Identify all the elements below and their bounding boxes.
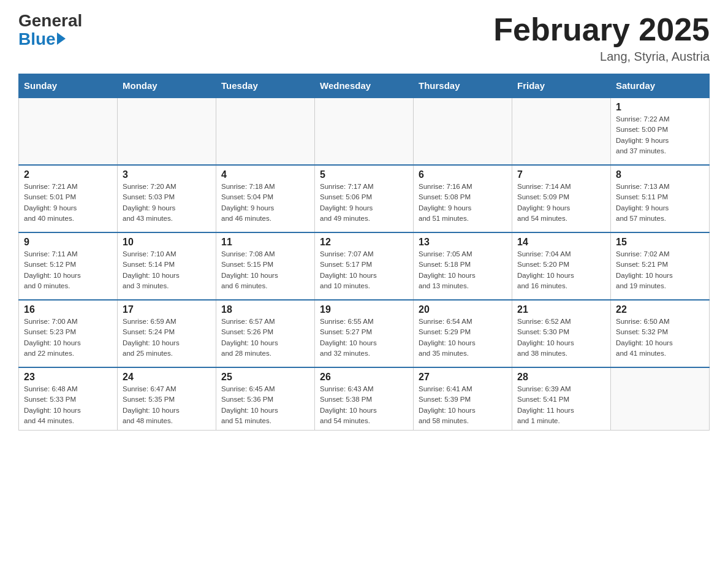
logo-triangle-icon [57, 33, 66, 45]
day-info: Sunrise: 7:22 AM Sunset: 5:00 PM Dayligh… [616, 114, 704, 156]
day-number: 13 [419, 237, 507, 248]
weekday-header-row: SundayMondayTuesdayWednesdayThursdayFrid… [19, 74, 710, 98]
calendar-cell: 14Sunrise: 7:04 AM Sunset: 5:20 PM Dayli… [512, 232, 611, 300]
calendar-cell: 10Sunrise: 7:10 AM Sunset: 5:14 PM Dayli… [118, 232, 216, 300]
calendar-cell: 7Sunrise: 7:14 AM Sunset: 5:09 PM Daylig… [512, 165, 611, 232]
week-row-5: 23Sunrise: 6:48 AM Sunset: 5:33 PM Dayli… [19, 367, 710, 431]
day-info: Sunrise: 6:41 AM Sunset: 5:39 PM Dayligh… [419, 384, 507, 426]
day-number: 5 [320, 169, 408, 180]
calendar-subtitle: Lang, Styria, Austria [493, 50, 710, 64]
week-row-3: 9Sunrise: 7:11 AM Sunset: 5:12 PM Daylig… [19, 232, 710, 300]
calendar-cell [19, 98, 118, 165]
day-info: Sunrise: 7:17 AM Sunset: 5:06 PM Dayligh… [320, 182, 408, 224]
day-info: Sunrise: 7:05 AM Sunset: 5:18 PM Dayligh… [419, 249, 507, 291]
day-number: 20 [419, 304, 507, 315]
logo-general-text: General [18, 12, 82, 29]
day-number: 7 [517, 169, 605, 180]
page-header: General Blue February 2025 Lang, Styria,… [18, 12, 710, 64]
calendar-cell: 16Sunrise: 7:00 AM Sunset: 5:23 PM Dayli… [19, 300, 118, 367]
calendar-table: SundayMondayTuesdayWednesdayThursdayFrid… [18, 74, 710, 431]
day-number: 8 [616, 169, 704, 180]
calendar-cell: 19Sunrise: 6:55 AM Sunset: 5:27 PM Dayli… [315, 300, 414, 367]
day-info: Sunrise: 6:47 AM Sunset: 5:35 PM Dayligh… [123, 384, 211, 426]
calendar-cell: 23Sunrise: 6:48 AM Sunset: 5:33 PM Dayli… [19, 367, 118, 431]
day-info: Sunrise: 6:50 AM Sunset: 5:32 PM Dayligh… [616, 316, 704, 359]
day-info: Sunrise: 6:59 AM Sunset: 5:24 PM Dayligh… [123, 316, 211, 359]
day-number: 3 [123, 169, 211, 180]
calendar-cell: 26Sunrise: 6:43 AM Sunset: 5:38 PM Dayli… [315, 367, 414, 431]
day-info: Sunrise: 6:52 AM Sunset: 5:30 PM Dayligh… [517, 316, 605, 359]
day-number: 19 [320, 304, 408, 315]
day-info: Sunrise: 7:20 AM Sunset: 5:03 PM Dayligh… [123, 182, 211, 224]
day-number: 25 [221, 372, 309, 383]
day-number: 24 [123, 372, 211, 383]
calendar-cell: 21Sunrise: 6:52 AM Sunset: 5:30 PM Dayli… [512, 300, 611, 367]
calendar-cell: 13Sunrise: 7:05 AM Sunset: 5:18 PM Dayli… [414, 232, 512, 300]
weekday-header-monday: Monday [118, 74, 216, 98]
calendar-cell: 20Sunrise: 6:54 AM Sunset: 5:29 PM Dayli… [414, 300, 512, 367]
calendar-cell: 28Sunrise: 6:39 AM Sunset: 5:41 PM Dayli… [512, 367, 611, 431]
calendar-title: February 2025 [493, 12, 710, 47]
calendar-cell [216, 98, 315, 165]
calendar-cell [118, 98, 216, 165]
day-number: 18 [221, 304, 309, 315]
logo: General Blue [18, 12, 82, 49]
day-info: Sunrise: 7:02 AM Sunset: 5:21 PM Dayligh… [616, 249, 704, 291]
calendar-cell: 12Sunrise: 7:07 AM Sunset: 5:17 PM Dayli… [315, 232, 414, 300]
day-info: Sunrise: 6:48 AM Sunset: 5:33 PM Dayligh… [24, 384, 112, 426]
day-info: Sunrise: 6:39 AM Sunset: 5:41 PM Dayligh… [517, 384, 605, 426]
calendar-cell: 3Sunrise: 7:20 AM Sunset: 5:03 PM Daylig… [118, 165, 216, 232]
day-number: 15 [616, 237, 704, 248]
calendar-cell: 1Sunrise: 7:22 AM Sunset: 5:00 PM Daylig… [611, 98, 710, 165]
weekday-header-saturday: Saturday [611, 74, 710, 98]
day-info: Sunrise: 7:07 AM Sunset: 5:17 PM Dayligh… [320, 249, 408, 291]
calendar-cell [414, 98, 512, 165]
day-info: Sunrise: 7:16 AM Sunset: 5:08 PM Dayligh… [419, 182, 507, 224]
day-info: Sunrise: 7:04 AM Sunset: 5:20 PM Dayligh… [517, 249, 605, 291]
calendar-cell: 24Sunrise: 6:47 AM Sunset: 5:35 PM Dayli… [118, 367, 216, 431]
calendar-cell: 17Sunrise: 6:59 AM Sunset: 5:24 PM Dayli… [118, 300, 216, 367]
day-number: 11 [221, 237, 309, 248]
day-number: 17 [123, 304, 211, 315]
day-info: Sunrise: 6:55 AM Sunset: 5:27 PM Dayligh… [320, 316, 408, 359]
day-info: Sunrise: 7:14 AM Sunset: 5:09 PM Dayligh… [517, 182, 605, 224]
day-info: Sunrise: 7:11 AM Sunset: 5:12 PM Dayligh… [24, 249, 112, 291]
calendar-cell: 11Sunrise: 7:08 AM Sunset: 5:15 PM Dayli… [216, 232, 315, 300]
day-number: 6 [419, 169, 507, 180]
calendar-cell: 18Sunrise: 6:57 AM Sunset: 5:26 PM Dayli… [216, 300, 315, 367]
day-number: 10 [123, 237, 211, 248]
day-info: Sunrise: 7:00 AM Sunset: 5:23 PM Dayligh… [24, 316, 112, 359]
weekday-header-friday: Friday [512, 74, 611, 98]
day-info: Sunrise: 7:10 AM Sunset: 5:14 PM Dayligh… [123, 249, 211, 291]
week-row-2: 2Sunrise: 7:21 AM Sunset: 5:01 PM Daylig… [19, 165, 710, 232]
calendar-cell: 5Sunrise: 7:17 AM Sunset: 5:06 PM Daylig… [315, 165, 414, 232]
calendar-cell [512, 98, 611, 165]
week-row-1: 1Sunrise: 7:22 AM Sunset: 5:00 PM Daylig… [19, 98, 710, 165]
day-info: Sunrise: 7:13 AM Sunset: 5:11 PM Dayligh… [616, 182, 704, 224]
week-row-4: 16Sunrise: 7:00 AM Sunset: 5:23 PM Dayli… [19, 300, 710, 367]
day-number: 9 [24, 237, 112, 248]
day-number: 2 [24, 169, 112, 180]
day-info: Sunrise: 7:18 AM Sunset: 5:04 PM Dayligh… [221, 182, 309, 224]
calendar-cell: 25Sunrise: 6:45 AM Sunset: 5:36 PM Dayli… [216, 367, 315, 431]
logo-blue-text: Blue [18, 29, 56, 49]
day-number: 21 [517, 304, 605, 315]
calendar-cell [315, 98, 414, 165]
calendar-cell: 22Sunrise: 6:50 AM Sunset: 5:32 PM Dayli… [611, 300, 710, 367]
day-number: 26 [320, 372, 408, 383]
day-number: 23 [24, 372, 112, 383]
day-number: 27 [419, 372, 507, 383]
day-number: 28 [517, 372, 605, 383]
calendar-cell: 27Sunrise: 6:41 AM Sunset: 5:39 PM Dayli… [414, 367, 512, 431]
day-number: 4 [221, 169, 309, 180]
day-number: 16 [24, 304, 112, 315]
calendar-cell: 15Sunrise: 7:02 AM Sunset: 5:21 PM Dayli… [611, 232, 710, 300]
calendar-cell: 8Sunrise: 7:13 AM Sunset: 5:11 PM Daylig… [611, 165, 710, 232]
day-info: Sunrise: 7:08 AM Sunset: 5:15 PM Dayligh… [221, 249, 309, 291]
calendar-cell: 2Sunrise: 7:21 AM Sunset: 5:01 PM Daylig… [19, 165, 118, 232]
calendar-cell: 6Sunrise: 7:16 AM Sunset: 5:08 PM Daylig… [414, 165, 512, 232]
day-info: Sunrise: 6:43 AM Sunset: 5:38 PM Dayligh… [320, 384, 408, 426]
day-info: Sunrise: 7:21 AM Sunset: 5:01 PM Dayligh… [24, 182, 112, 224]
calendar-cell [611, 367, 710, 431]
weekday-header-thursday: Thursday [414, 74, 512, 98]
